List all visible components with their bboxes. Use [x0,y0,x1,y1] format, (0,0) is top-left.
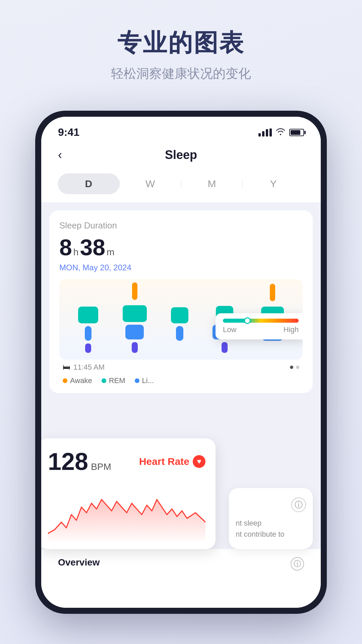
hr-chart [48,481,205,541]
tooltip-labels: Low High [223,325,299,334]
tab-year[interactable]: Y [243,173,304,194]
overview-tab-label[interactable]: Overview [58,557,100,568]
sleep-time-row: 🛏 11:45 AM [59,360,303,372]
sleep-hours-num: 8 [59,234,72,260]
tab-month[interactable]: M [181,173,243,194]
legend-rem-label: REM [109,376,125,385]
hr-title: Heart Rate [139,456,189,467]
battery-icon [289,129,304,136]
bottom-tab: Overview ⓘ [41,549,321,608]
sleep-date: MON, May 20, 2024 [59,263,303,272]
content-area: Sleep Duration 8 h 38 m MON, May 20, 202… [41,202,321,608]
bar-group-3 [171,289,188,353]
right-panel: ⓘ nt sleep nt contribute to [229,488,313,549]
hr-header: 128 BPM Heart Rate ♥ [48,448,205,475]
sleep-label: Sleep Duration [59,220,303,231]
phone-frame: 9:41 [35,111,327,614]
tooltip-high-label: High [284,325,299,334]
legend-rem: REM [102,376,125,385]
tab-day[interactable]: D [58,173,119,194]
hr-title-block: Heart Rate ♥ [139,455,205,468]
legend-light: Li... [135,376,154,385]
sleep-card: Sleep Duration 8 h 38 m MON, May 20, 202… [49,210,313,393]
tooltip-slider [223,319,299,323]
legend-rem-dot [102,378,106,383]
legend-row: Awake REM Li... [59,372,303,385]
info-text: nt sleep nt contribute to [236,518,306,540]
bar-group-1 [78,288,98,353]
dot-2 [296,366,299,369]
wifi-icon [276,128,285,137]
period-tabs: D W M Y [41,168,321,202]
slider-thumb [244,317,251,324]
info-icon: ⓘ [291,497,306,512]
nav-title: Sleep [165,148,197,162]
bottom-info-icon[interactable]: ⓘ [291,557,304,571]
header-title: 专业的图表 [0,27,362,59]
bar-group-2 [123,282,147,353]
sleep-minutes-unit: m [107,247,114,258]
legend-light-dot [135,378,139,383]
status-time: 9:41 [58,126,79,139]
hr-unit: BPM [91,462,111,472]
slider-track [223,319,299,323]
signal-icon [258,128,272,137]
header-subtitle: 轻松洞察健康状况的变化 [0,65,362,82]
legend-awake: Awake [63,376,92,385]
sleep-hours-unit: h [73,247,79,258]
status-icons [258,128,304,137]
phone-screen: 9:41 [41,117,321,608]
tooltip-low-label: Low [223,325,236,334]
sleep-time-text: 11:45 AM [73,363,105,372]
hr-number: 128 [48,448,88,475]
dot-1 [290,366,293,369]
sleep-minutes-num: 38 [80,234,105,260]
heart-icon: ♥ [193,455,205,468]
back-button[interactable]: ‹ [58,148,62,162]
header-section: 专业的图表 轻松洞察健康状况的变化 [0,27,362,82]
legend-awake-label: Awake [70,376,92,385]
sleep-chart: Low High [59,279,303,360]
sleep-tooltip: Low High [216,313,303,339]
status-bar: 9:41 [41,117,321,142]
heart-rate-card: 128 BPM Heart Rate ♥ [41,438,216,549]
sleep-duration: 8 h 38 m [59,234,303,260]
hr-value: 128 BPM [48,448,111,475]
bed-icon: 🛏 [63,363,70,372]
legend-awake-dot [63,378,67,383]
tab-week[interactable]: W [120,173,181,194]
nav-bar: ‹ Sleep [41,142,321,168]
legend-light-label: Li... [142,376,154,385]
dot-indicators [290,366,299,369]
